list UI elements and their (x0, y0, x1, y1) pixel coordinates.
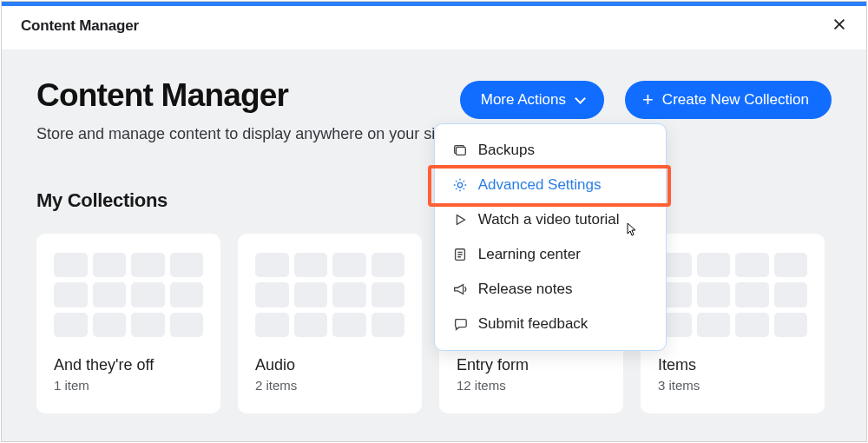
collection-name: Entry form (457, 356, 606, 374)
card-thumbnail (658, 253, 807, 337)
main-panel: Content Manager Store and manage content… (2, 50, 866, 441)
dropdown-item-label: Submit feedback (478, 315, 589, 333)
collection-name: Audio (255, 356, 404, 374)
chat-icon (452, 316, 468, 332)
top-bar: Content Manager (2, 6, 866, 49)
topbar-title: Content Manager (21, 17, 139, 35)
collection-count: 12 items (457, 378, 606, 393)
dropdown-item-learning-center[interactable]: Learning center (435, 237, 666, 272)
document-icon (452, 247, 468, 262)
play-icon (452, 212, 468, 228)
card-thumbnail (54, 253, 203, 337)
collection-count: 1 item (54, 378, 203, 393)
dropdown-item-label: Release notes (478, 281, 573, 298)
collection-name: Items (658, 356, 807, 374)
chevron-down-icon (575, 95, 585, 105)
dropdown-item-submit-feedback[interactable]: Submit feedback (435, 307, 666, 341)
dropdown-item-label: Watch a video tutorial (478, 211, 620, 228)
collection-card[interactable]: Audio 2 items (238, 234, 422, 413)
backups-icon (452, 142, 468, 158)
dropdown-item-release-notes[interactable]: Release notes (435, 272, 666, 307)
close-icon[interactable] (832, 17, 847, 36)
dropdown-item-label: Backups (478, 142, 535, 159)
dropdown-item-advanced-settings[interactable]: Advanced Settings (435, 168, 666, 202)
dropdown-item-label: Learning center (478, 246, 581, 263)
gear-icon (452, 177, 468, 193)
create-collection-button[interactable]: + Create New Collection (625, 81, 832, 119)
more-actions-label: More Actions (481, 91, 566, 109)
card-thumbnail (255, 253, 404, 337)
page-title: Content Manager (36, 77, 452, 114)
collection-count: 2 items (255, 378, 404, 393)
page-description: Store and manage content to display anyw… (36, 122, 452, 146)
more-actions-button[interactable]: More Actions (460, 81, 604, 119)
megaphone-icon (452, 281, 468, 297)
dropdown-item-label: Advanced Settings (478, 176, 602, 194)
svg-point-2 (457, 182, 462, 187)
collection-card[interactable]: And they're off 1 item (36, 234, 220, 413)
svg-rect-1 (456, 147, 465, 155)
create-collection-label: Create New Collection (662, 91, 809, 109)
collection-name: And they're off (54, 356, 203, 374)
more-actions-dropdown: Backups Advanced Settings (434, 123, 667, 351)
dropdown-item-backups[interactable]: Backups (435, 133, 666, 168)
collection-card[interactable]: Items 3 items (641, 234, 825, 413)
collection-count: 3 items (658, 378, 807, 393)
dropdown-item-video-tutorial[interactable]: Watch a video tutorial (435, 202, 666, 237)
